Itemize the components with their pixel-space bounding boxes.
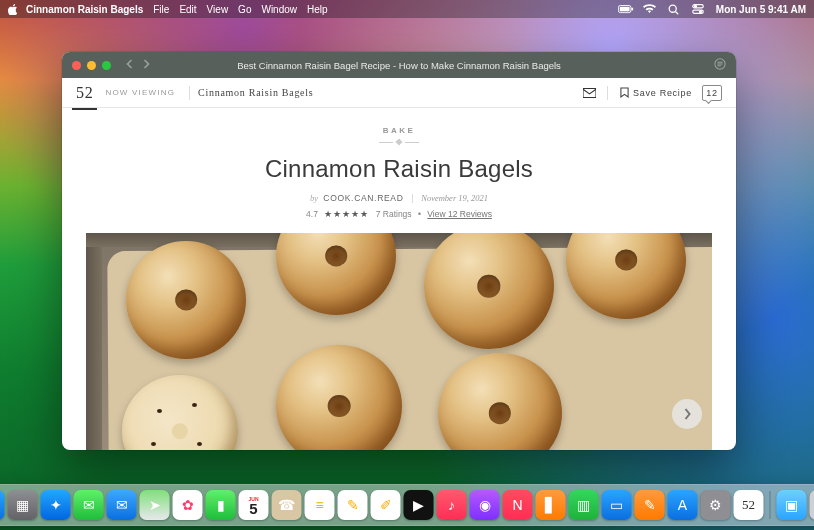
dock-trash-icon[interactable]: 🗑: [810, 490, 815, 520]
hero-photo: [86, 233, 712, 450]
dock-folder-icon[interactable]: ▣: [777, 490, 807, 520]
forward-button[interactable]: [142, 59, 151, 71]
svg-line-4: [676, 11, 679, 14]
svg-rect-2: [631, 7, 633, 10]
dock-maps-icon[interactable]: ➤: [140, 490, 170, 520]
menu-edit[interactable]: Edit: [179, 4, 196, 15]
divider: [607, 86, 608, 100]
email-icon[interactable]: [579, 88, 599, 98]
divider: [412, 194, 413, 203]
dock-freeform-icon[interactable]: ✐: [371, 490, 401, 520]
svg-rect-1: [620, 6, 630, 10]
safari-window: Best Cinnamon Raisin Bagel Recipe - How …: [62, 52, 736, 450]
battery-icon[interactable]: [618, 5, 634, 14]
dock-settings-icon[interactable]: ⚙: [701, 490, 731, 520]
rating-stars-icon: ★★★★★: [324, 209, 369, 219]
bullet: •: [418, 209, 421, 219]
menu-help[interactable]: Help: [307, 4, 328, 15]
dock-mail-icon[interactable]: ✉: [107, 490, 137, 520]
save-recipe-button[interactable]: Save Recipe: [620, 87, 692, 98]
dock-separator: [770, 491, 771, 519]
author-link[interactable]: COOK.CAN.READ: [323, 193, 403, 203]
wifi-icon[interactable]: [642, 4, 658, 14]
menubar-app-name[interactable]: Cinnamon Raisin Bagels: [26, 4, 143, 15]
svg-point-7: [694, 5, 696, 7]
dock-keynote-icon[interactable]: ▭: [602, 490, 632, 520]
safari-titlebar[interactable]: Best Cinnamon Raisin Bagel Recipe - How …: [62, 52, 736, 78]
minimize-button[interactable]: [87, 61, 96, 70]
menu-view[interactable]: View: [207, 4, 229, 15]
dock-books-icon[interactable]: ▋: [536, 490, 566, 520]
ratings-count[interactable]: 7 Ratings: [376, 209, 412, 219]
publish-date: November 19, 2021: [421, 193, 488, 203]
recipe-category[interactable]: BAKE: [62, 126, 736, 135]
apple-menu-icon[interactable]: [8, 3, 20, 15]
view-reviews-link[interactable]: View 12 Reviews: [427, 209, 492, 219]
svg-point-8: [699, 11, 701, 13]
now-viewing-label: NOW VIEWING: [105, 88, 175, 97]
chevron-right-icon: [683, 408, 692, 420]
dock-podcasts-icon[interactable]: ◉: [470, 490, 500, 520]
dock-messages-icon[interactable]: ✉: [74, 490, 104, 520]
maximize-button[interactable]: [102, 61, 111, 70]
dock-contacts-icon[interactable]: ☎: [272, 490, 302, 520]
dock-launchpad-icon[interactable]: ▦: [8, 490, 38, 520]
spotlight-icon[interactable]: [666, 4, 682, 15]
separator-ornament: [379, 139, 419, 145]
menubar: Cinnamon Raisin Bagels File Edit View Go…: [0, 0, 814, 18]
site-header: 52 NOW VIEWING Cinnamon Raisin Bagels Sa…: [62, 78, 736, 108]
dock-music-icon[interactable]: ♪: [437, 490, 467, 520]
dock-reminders-icon[interactable]: ≡: [305, 490, 335, 520]
dock-tv-icon[interactable]: ▶: [404, 490, 434, 520]
dock-food52-icon[interactable]: 52: [734, 490, 764, 520]
ratings-row: 4.7 ★★★★★ 7 Ratings • View 12 Reviews: [62, 209, 736, 219]
dock-notes-icon[interactable]: ✎: [338, 490, 368, 520]
bookmark-icon: [620, 87, 629, 98]
back-button[interactable]: [125, 59, 134, 71]
dock-photos-icon[interactable]: ✿: [173, 490, 203, 520]
dock-appstore-icon[interactable]: A: [668, 490, 698, 520]
close-button[interactable]: [72, 61, 81, 70]
recipe-article: BAKE Cinnamon Raisin Bagels by COOK.CAN.…: [62, 108, 736, 450]
rating-value: 4.7: [306, 209, 318, 219]
divider: [189, 86, 190, 100]
dock-pages-icon[interactable]: ✎: [635, 490, 665, 520]
by-label: by: [310, 193, 318, 203]
menu-window[interactable]: Window: [261, 4, 297, 15]
menu-go[interactable]: Go: [238, 4, 251, 15]
save-recipe-label: Save Recipe: [633, 88, 692, 98]
dock-numbers-icon[interactable]: ▥: [569, 490, 599, 520]
byline: by COOK.CAN.READ November 19, 2021: [62, 193, 736, 203]
dock-facetime-icon[interactable]: ▮: [206, 490, 236, 520]
dock-news-icon[interactable]: N: [503, 490, 533, 520]
reader-mode-icon[interactable]: [714, 58, 726, 72]
dock-calendar-icon[interactable]: JUN5: [239, 490, 269, 520]
breadcrumb[interactable]: Cinnamon Raisin Bagels: [198, 87, 313, 98]
site-logo[interactable]: 52: [76, 84, 93, 102]
menu-file[interactable]: File: [153, 4, 169, 15]
window-title: Best Cinnamon Raisin Bagel Recipe - How …: [237, 60, 561, 71]
recipe-title: Cinnamon Raisin Bagels: [62, 155, 736, 183]
dock-finder-icon[interactable]: ☺: [0, 490, 5, 520]
window-controls: [72, 61, 111, 70]
svg-point-3: [669, 5, 676, 12]
dock-safari-icon[interactable]: ✦: [41, 490, 71, 520]
menubar-clock[interactable]: Mon Jun 5 9:41 AM: [716, 4, 806, 15]
svg-rect-13: [583, 88, 596, 97]
comment-count[interactable]: 12: [702, 85, 722, 101]
dock: ☺▦✦✉✉➤✿▮JUN5☎≡✎✐▶♪◉N▋▥▭✎A⚙52▣🗑: [0, 484, 814, 526]
control-center-icon[interactable]: [690, 4, 706, 14]
